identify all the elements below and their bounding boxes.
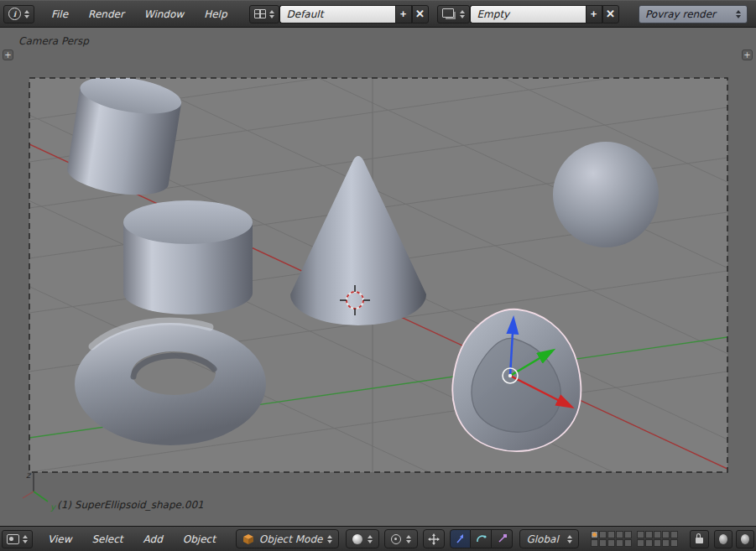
render-preview-button-2[interactable]: [736, 530, 754, 548]
render-sphere-icon-2: [741, 534, 749, 544]
layer-toggle[interactable]: [607, 539, 615, 547]
top-header: i File Render Window Help + ✕ + ✕ Povray…: [0, 0, 756, 28]
translate-icon: [455, 533, 466, 544]
layer-grid-2: [637, 531, 678, 547]
layer-toggle[interactable]: [591, 539, 598, 547]
scene-icon: [442, 8, 454, 18]
manipulator-mode-group: [450, 529, 513, 548]
region-expand-right[interactable]: +: [742, 49, 753, 60]
menu-object[interactable]: Object: [173, 533, 226, 545]
viewport-canvas[interactable]: z y: [0, 28, 756, 526]
layer-toggle[interactable]: [654, 531, 661, 538]
blender-window: i File Render Window Help + ✕ + ✕ Povray…: [0, 0, 756, 551]
screen-name-field[interactable]: [279, 5, 395, 23]
editor-3dview-spinner[interactable]: [23, 535, 28, 543]
scale-icon: [497, 533, 508, 544]
orientation-spinner[interactable]: [567, 535, 572, 543]
render-sphere-icon: [719, 534, 727, 544]
screen-delete-button[interactable]: ✕: [412, 5, 429, 23]
screen-layout-icon: [254, 9, 266, 18]
region-expand-left[interactable]: +: [3, 49, 13, 60]
layer-toggle[interactable]: [624, 531, 632, 538]
render-preview-button[interactable]: [714, 530, 733, 548]
editor-3dview-icon: [7, 534, 19, 544]
layer-grid-1: [591, 531, 632, 547]
layer-toggle[interactable]: [662, 531, 670, 538]
shading-spinner[interactable]: [368, 535, 373, 543]
menu-file[interactable]: File: [41, 8, 78, 20]
viewport-header: View Select Add Object Object Mode: [0, 526, 756, 551]
shading-sphere-icon: [352, 534, 362, 544]
mode-dropdown[interactable]: Object Mode: [236, 529, 340, 548]
object-sphere[interactable]: [553, 142, 659, 247]
layer-toggle[interactable]: [624, 539, 632, 547]
editor-type-spinner[interactable]: [24, 10, 29, 18]
lock-to-scene-button[interactable]: [690, 530, 709, 548]
layer-toggle[interactable]: [616, 539, 623, 547]
layer-toggle[interactable]: [616, 531, 623, 538]
layer-toggle[interactable]: [645, 531, 653, 538]
layer-toggle[interactable]: [637, 531, 644, 538]
menu-render[interactable]: Render: [78, 8, 134, 20]
rotate-icon: [476, 533, 487, 544]
editor-type-selector-3dview[interactable]: [2, 530, 33, 548]
menu-help[interactable]: Help: [194, 8, 237, 20]
pivot-point-dropdown[interactable]: [384, 529, 418, 548]
active-object-info: (1) SuperEllipsoid_shape.001: [57, 499, 204, 511]
editor-type-selector[interactable]: i: [3, 5, 34, 23]
menu-add[interactable]: Add: [133, 533, 173, 545]
object-mode-cube-icon: [242, 533, 254, 545]
manipulator-center-dot: [508, 374, 512, 377]
layer-toggle[interactable]: [637, 539, 644, 547]
scene-browse-button[interactable]: [437, 5, 470, 23]
manipulator-move-icon: [428, 533, 440, 545]
screen-browse-spinner[interactable]: [269, 10, 274, 18]
layer-toggle[interactable]: [591, 531, 598, 538]
screen-add-button[interactable]: +: [395, 5, 412, 23]
mode-value: Object Mode: [259, 533, 323, 545]
view-name-label: Camera Persp: [18, 35, 89, 47]
pivot-point-icon: [391, 534, 401, 544]
lock-icon: [696, 538, 703, 543]
scene-delete-button[interactable]: ✕: [602, 5, 619, 23]
render-engine-value: Povray render: [645, 8, 729, 20]
info-editor-icon: i: [8, 8, 21, 20]
menu-select[interactable]: Select: [81, 533, 133, 545]
screen-browse-button[interactable]: [249, 5, 279, 23]
render-engine-spinner[interactable]: [736, 10, 741, 18]
menu-window[interactable]: Window: [134, 8, 194, 20]
scene-name-field[interactable]: [470, 5, 586, 23]
layer-toggle[interactable]: [670, 539, 678, 547]
manipulator-scale-button[interactable]: [492, 529, 513, 548]
orientation-value: Global: [526, 533, 562, 545]
layer-toggle[interactable]: [654, 539, 661, 547]
viewport-shading-dropdown[interactable]: [346, 529, 379, 548]
layer-toggle[interactable]: [599, 531, 607, 538]
layer-toggle[interactable]: [662, 539, 670, 547]
manipulator-toggle-button[interactable]: [423, 529, 445, 548]
manipulator-rotate-button[interactable]: [471, 529, 492, 548]
layer-toggle[interactable]: [599, 539, 607, 547]
mode-spinner[interactable]: [327, 535, 332, 543]
menu-view[interactable]: View: [38, 533, 81, 545]
scene-add-button[interactable]: +: [586, 5, 602, 23]
layer-toggle[interactable]: [607, 531, 615, 538]
layer-toggle[interactable]: [670, 531, 678, 538]
pivot-spinner[interactable]: [406, 535, 411, 543]
layer-toggle[interactable]: [645, 539, 653, 547]
object-cylinder-tilted[interactable]: [65, 70, 184, 200]
viewport-3d[interactable]: z y Camera Persp (1) SuperEllipsoid_shap…: [0, 28, 756, 526]
orientation-dropdown[interactable]: Global: [519, 529, 579, 548]
render-engine-dropdown[interactable]: Povray render: [639, 5, 748, 23]
object-cylinder[interactable]: [123, 200, 253, 314]
scene-browse-spinner[interactable]: [460, 10, 465, 18]
manipulator-translate-button[interactable]: [450, 529, 471, 548]
